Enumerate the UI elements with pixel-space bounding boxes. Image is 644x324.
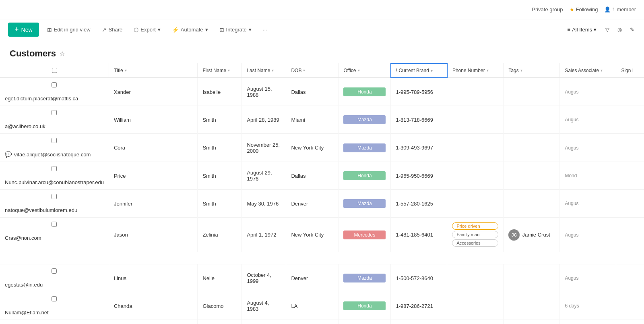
col-phone[interactable]: Phone Number ▾ [447,63,504,78]
cell-sign: 6 days [560,292,616,320]
col-office[interactable]: Office ▾ [339,63,391,78]
row-checkbox-cell [0,190,109,203]
row-checkbox-cell [0,134,109,147]
brand-chip: Mazda [343,115,386,124]
chevron-icon: ▾ [125,68,127,73]
table-row[interactable] [0,252,644,264]
page-header: Customers ☆ [0,40,644,63]
cell-brand: Honda [339,292,391,320]
cell-sales [504,264,560,292]
group-icon[interactable]: ◎ [616,25,623,34]
cell-phone: 1-309-493-9697 [391,134,447,162]
cell-brand: Mazda [339,320,391,324]
cell-lastname: Nelle [198,264,242,292]
row-checkbox[interactable] [52,222,57,227]
automate-icon: ⚡ [172,27,179,33]
col-lastname[interactable]: Last Name ▾ [242,63,286,78]
cell-firstname: Xander [109,78,198,106]
automate-button[interactable]: ⚡ Automate ▾ [169,25,211,35]
customers-table: Title ▾ First Name ▾ Last Name ▾ [0,63,644,324]
cell-office: Dallas [286,320,339,324]
cell-dob: April 28, 1989 [242,106,286,134]
chevron-icon: ▾ [228,68,230,73]
table-row[interactable]: natoque@vestibulumlorem.eduJenniferSmith… [0,190,644,218]
edit-grid-button[interactable]: ⊞ Edit in grid view [44,25,94,35]
edit-icon[interactable]: ✎ [628,25,636,34]
row-checkbox[interactable] [52,296,57,301]
select-all-checkbox[interactable] [52,68,57,73]
table-row[interactable]: a@aclibero.co.ukWilliamSmithApril 28, 19… [0,106,644,134]
col-title[interactable]: Title ▾ [109,63,198,78]
table-row[interactable]: Nunc.pulvinar.arcu@conubianostraper.eduP… [0,162,644,190]
col-tags[interactable]: Tags ▾ [504,63,560,78]
cell-office: Denver [286,264,339,292]
brand-chip: Mazda [343,274,386,282]
brand-chip: Mazda [343,199,386,208]
top-bar-right: Private group ★ Following 👤 1 member [532,6,636,12]
col-dob[interactable]: DOB ▾ [286,63,339,78]
cell-office: LA [286,292,339,320]
chevron-icon: ▾ [487,68,489,73]
row-checkbox-cell [0,218,109,231]
cell-lastname: Zelinia [198,218,242,252]
chevron-down-icon: ▾ [158,27,161,33]
table-row[interactable]: eget.dictum.placerat@mattis.caXanderIsab… [0,78,644,106]
cell-brand: Mercedes [339,218,391,252]
star-icon: ★ [570,6,574,12]
grid-icon: ⊞ [47,27,52,33]
table-row[interactable]: egestas@in.eduLinusNelleOctober 4, 1999D… [0,264,644,292]
cell-tags: Price drivenFamily manAccessories [447,218,504,252]
cell-phone: 1-102-812-5798 [391,320,447,324]
cell-phone: 1-995-789-5956 [391,78,447,106]
table-row[interactable]: Cras@non.comJasonZeliniaApril 1, 1972New… [0,218,644,252]
filter-icon[interactable]: ▽ [604,25,611,34]
col-sign[interactable]: Sign I [616,63,644,78]
chevron-down-icon: ▾ [205,27,208,33]
table-row[interactable]: Nullam@Etiam.netChandaGiacomoAugust 4, 1… [0,292,644,320]
row-checkbox[interactable] [52,82,57,87]
cell-lastname: Smith [198,134,242,162]
row-checkbox[interactable] [52,268,57,274]
favorite-star-icon[interactable]: ☆ [59,50,65,58]
cell-phone: 1-500-572-8640 [391,264,447,292]
all-items-button[interactable]: ≡ All Items ▾ [565,25,599,34]
export-button[interactable]: ⬡ Export ▾ [130,25,164,35]
cell-brand: Honda [339,162,391,190]
table-row[interactable]: ligula.elit.pretium@risus.caHectorCailin… [0,320,644,324]
new-button[interactable]: + Customers New [8,23,39,37]
col-current-brand[interactable]: ! Current Brand ▾ [391,63,447,78]
cell-firstname: Jason [109,218,198,252]
row-checkbox[interactable] [52,166,57,171]
cell-phone: 1-965-950-6669 [391,162,447,190]
cell-brand: Mazda [339,134,391,162]
cell-phone: 1-557-280-1625 [391,190,447,218]
integrate-icon: ⊡ [219,27,224,33]
more-button[interactable]: ··· [260,25,270,34]
cell-tags [447,264,504,292]
cell-firstname: Chanda [109,292,198,320]
cell-sales [504,292,560,320]
cell-office: New York City [286,134,339,162]
cell-brand: Mazda [339,106,391,134]
cell-dob: August 15, 1988 [242,78,286,106]
cell-sign: Augus [560,218,616,252]
row-checkbox[interactable] [52,110,57,115]
col-sales[interactable]: Sales Associate ▾ [560,63,616,78]
cell-lastname: Isabelle [198,78,242,106]
col-firstname[interactable]: First Name ▾ [198,63,242,78]
integrate-button[interactable]: ⊡ Integrate ▾ [216,25,255,35]
cell-dob: August 29, 1976 [242,162,286,190]
brand-chip: Honda [343,301,386,310]
cell-tags [447,190,504,218]
cell-title: egestas@in.edu [0,278,109,292]
row-checkbox[interactable] [52,194,57,199]
chevron-down-icon: ▾ [594,27,597,33]
cell-sign: Augus [560,264,616,292]
brand-chip: Honda [343,87,386,96]
following-button[interactable]: ★ Following [570,6,598,12]
row-checkbox[interactable] [52,138,57,143]
table-row[interactable]: 💬vitae.aliquet@sociisnatoque.comCoraSmit… [0,134,644,162]
chevron-down-icon: ▾ [249,27,252,33]
cell-brand: Mazda [339,264,391,292]
share-button[interactable]: ↗ Share [99,25,126,35]
